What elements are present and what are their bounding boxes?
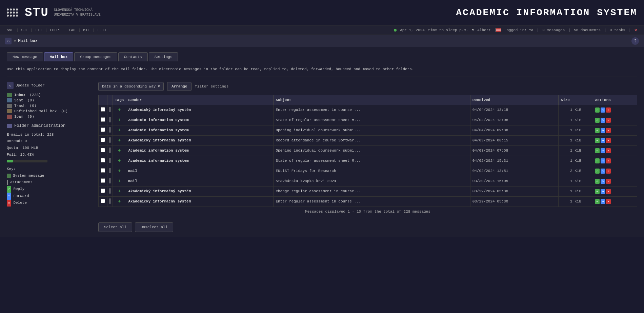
reply-button-5[interactable]: ↩	[595, 158, 600, 163]
row-subject[interactable]: Opening individual coursework submi...	[274, 145, 470, 156]
update-folder-button[interactable]: ↻ Update folder	[7, 82, 92, 89]
row-subject[interactable]: Record attendance in course Softwar...	[274, 135, 470, 145]
delete-button-9[interactable]: ✕	[606, 199, 610, 204]
nav-fchpt[interactable]: FCHPT	[50, 28, 61, 32]
row-sender[interactable]: Akademický informačný systém	[126, 186, 274, 196]
tab-new-message[interactable]: New message	[7, 52, 43, 61]
folder-admin-row[interactable]: Folder administration	[7, 123, 92, 128]
tag-plus-icon[interactable]: +	[118, 158, 121, 163]
reply-button-9[interactable]: ↩	[595, 199, 600, 204]
reply-button-3[interactable]: ↩	[595, 138, 600, 143]
row-checkbox-0[interactable]	[101, 107, 105, 112]
table-row[interactable]: + Akademický informačný systém Change re…	[99, 186, 637, 196]
tag-plus-icon[interactable]: +	[118, 117, 121, 123]
forward-button-9[interactable]: ↪	[601, 199, 605, 204]
table-row[interactable]: + Akademický informačný systém Record at…	[99, 135, 637, 145]
th-subject[interactable]: Subject	[274, 95, 470, 105]
tag-plus-icon[interactable]: +	[118, 138, 121, 143]
nav-sjf[interactable]: SJF	[21, 28, 28, 32]
forward-button-6[interactable]: ↪	[601, 169, 605, 174]
row-tag-cell[interactable]: +	[113, 176, 126, 186]
row-subject[interactable]: Opening individual coursework submi...	[274, 125, 470, 135]
reply-button-0[interactable]: ↩	[595, 107, 600, 113]
row-sender[interactable]: Academic information system	[126, 115, 274, 125]
reply-button-1[interactable]: ↩	[595, 118, 600, 123]
row-checkbox-9[interactable]	[101, 199, 105, 203]
row-tag-cell[interactable]: +	[113, 166, 126, 176]
row-sender[interactable]: Academic information system	[126, 156, 274, 166]
forward-button-5[interactable]: ↪	[601, 158, 605, 163]
row-sender[interactable]: Akademický informačný systém	[126, 135, 274, 145]
tag-plus-icon[interactable]: +	[118, 199, 121, 204]
row-checkbox-cell[interactable]	[99, 196, 107, 207]
row-checkbox-cell[interactable]	[99, 166, 107, 176]
folder-spam[interactable]: Spam (0)	[7, 114, 92, 119]
nav-fei[interactable]: FEI	[36, 28, 42, 32]
forward-button-1[interactable]: ↪	[601, 118, 605, 123]
row-sender[interactable]: Akademický informačný systém	[126, 196, 274, 207]
folder-unfinished[interactable]: Unfinished mail box (0)	[7, 109, 92, 114]
row-subject[interactable]: Enter regular assessment in course ...	[274, 105, 470, 115]
table-row[interactable]: + Academic information system State of r…	[99, 115, 637, 125]
row-checkbox-8[interactable]	[101, 189, 105, 193]
row-checkbox-cell[interactable]	[99, 125, 107, 135]
row-checkbox-2[interactable]	[101, 128, 105, 132]
unselect-all-button[interactable]: Unselect all	[135, 222, 173, 232]
forward-button-4[interactable]: ↪	[601, 148, 605, 153]
table-row[interactable]: + mail Stavbárska kvapka krvi 2024 03/30…	[99, 176, 637, 186]
row-tag-cell[interactable]: +	[113, 145, 126, 156]
filter-settings-link[interactable]: filter settings	[195, 84, 228, 89]
forward-button-3[interactable]: ↪	[601, 138, 605, 143]
row-subject[interactable]: Stavbárska kvapka krvi 2024	[274, 176, 470, 186]
row-subject[interactable]: Enter regular assessment in course ...	[274, 196, 470, 207]
reply-button-4[interactable]: ↩	[595, 148, 600, 153]
delete-button-7[interactable]: ✕	[606, 179, 610, 184]
table-row[interactable]: + mail EULiST Fridays for Research 04/02…	[99, 166, 637, 176]
row-sender[interactable]: mail	[126, 166, 274, 176]
row-subject[interactable]: State of regular assessment sheet M...	[274, 115, 470, 125]
reply-button-7[interactable]: ↩	[595, 179, 600, 184]
row-tag-cell[interactable]: +	[113, 125, 126, 135]
row-checkbox-cell[interactable]	[99, 135, 107, 145]
nav-svf[interactable]: SVF	[7, 28, 14, 32]
forward-button-2[interactable]: ↪	[601, 128, 605, 133]
tag-plus-icon[interactable]: +	[118, 178, 121, 184]
reply-button-2[interactable]: ↩	[595, 128, 600, 133]
row-checkbox-cell[interactable]	[99, 156, 107, 166]
tab-contacts[interactable]: Contacts	[118, 52, 148, 61]
delete-button-6[interactable]: ✕	[606, 169, 610, 174]
reply-button-8[interactable]: ↩	[595, 189, 600, 194]
folder-sent[interactable]: Sent (0)	[7, 98, 92, 103]
row-tag-cell[interactable]: +	[113, 105, 126, 115]
close-button[interactable]: ✕	[635, 27, 637, 33]
row-checkbox-cell[interactable]	[99, 145, 107, 156]
tag-plus-icon[interactable]: +	[118, 168, 121, 174]
row-sender[interactable]: Academic information system	[126, 145, 274, 156]
row-checkbox-3[interactable]	[101, 138, 105, 142]
delete-button-0[interactable]: ✕	[606, 107, 610, 113]
select-all-button[interactable]: Select all	[98, 222, 132, 232]
row-tag-cell[interactable]: +	[113, 115, 126, 125]
delete-button-3[interactable]: ✕	[606, 138, 610, 143]
delete-button-1[interactable]: ✕	[606, 118, 610, 123]
row-tag-cell[interactable]: +	[113, 196, 126, 207]
tag-plus-icon[interactable]: +	[118, 107, 121, 113]
tag-plus-icon[interactable]: +	[118, 128, 121, 133]
delete-button-2[interactable]: ✕	[606, 128, 610, 133]
th-sender[interactable]: Sender	[126, 95, 274, 105]
nav-mtf[interactable]: MTF	[83, 28, 90, 32]
row-checkbox-cell[interactable]	[99, 176, 107, 186]
row-sender[interactable]: mail	[126, 176, 274, 186]
folder-trash[interactable]: Trash (0)	[7, 103, 92, 109]
row-checkbox-cell[interactable]	[99, 105, 107, 115]
folder-inbox[interactable]: Inbox (228)	[7, 92, 92, 98]
row-checkbox-7[interactable]	[101, 178, 105, 183]
table-row[interactable]: + Academic information system Opening in…	[99, 145, 637, 156]
forward-button-8[interactable]: ↪	[601, 189, 605, 194]
row-tag-cell[interactable]: +	[113, 156, 126, 166]
table-row[interactable]: + Academic information system State of r…	[99, 156, 637, 166]
delete-button-8[interactable]: ✕	[606, 189, 610, 194]
nav-fiit[interactable]: FIIT	[98, 28, 106, 32]
row-checkbox-cell[interactable]	[99, 186, 107, 196]
row-tag-cell[interactable]: +	[113, 135, 126, 145]
